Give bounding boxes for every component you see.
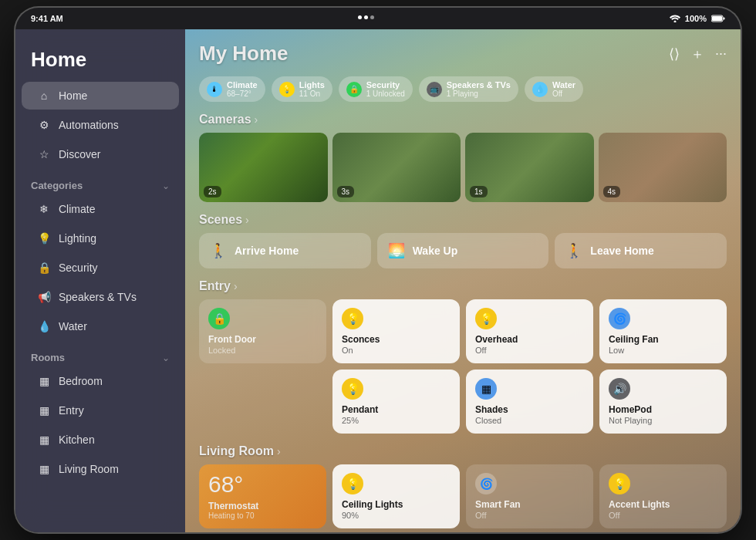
add-icon[interactable]: ＋ (690, 45, 704, 63)
device-accent-lights[interactable]: 💡 Accent Lights Off (599, 464, 727, 528)
device-smart-fan[interactable]: 🌀 Smart Fan Off (466, 464, 593, 528)
chip-speakers[interactable]: 📺 Speakers & TVs 1 Playing (419, 76, 518, 102)
cameras-chevron[interactable]: › (255, 113, 258, 126)
device-overhead[interactable]: 💡 Overhead Off (466, 299, 593, 363)
svg-point-0 (673, 21, 676, 23)
discover-icon: ☆ (37, 147, 51, 161)
chip-security-sub: 1 Unlocked (366, 89, 405, 98)
bedroom-icon: ▦ (37, 374, 51, 388)
ceiling-lights-status: 90% (342, 511, 451, 520)
sidebar-item-security[interactable]: 🔒 Security (22, 254, 179, 282)
device-thermostat[interactable]: 68° Thermostat Heating to 70 (199, 464, 326, 528)
chip-speakers-icon: 📺 (427, 82, 442, 97)
front-door-status: Locked (208, 346, 317, 355)
camera-4[interactable]: 4s (599, 133, 727, 202)
categories-label: Categories (31, 180, 83, 191)
camera-2[interactable]: 3s (332, 133, 461, 202)
camera-3[interactable]: 1s (465, 133, 594, 202)
camera-3-badge: 1s (470, 186, 488, 197)
device-homepod[interactable]: 🔊 HomePod Not Playing (599, 370, 727, 434)
cameras-section-header: Cameras › (199, 113, 727, 127)
sidebar-item-speakers[interactable]: 📢 Speakers & TVs (22, 283, 179, 311)
pendant-status: 25% (342, 416, 451, 425)
device-shades[interactable]: ▦ Shades Closed (466, 370, 593, 434)
living-room-device-grid: 68° Thermostat Heating to 70 💡 Ceiling L… (199, 464, 727, 528)
device-ceiling-fan[interactable]: 🌀 Ceiling Fan Low (599, 299, 727, 363)
categories-header[interactable]: Categories ⌄ (15, 169, 185, 194)
sidebar-item-climate[interactable]: ❄ Climate (22, 195, 179, 223)
scenes-section-header: Scenes › (199, 213, 727, 227)
scene-wake-label: Wake Up (413, 245, 458, 257)
living-room-chevron[interactable]: › (277, 445, 281, 457)
battery-text: 100% (685, 14, 707, 23)
cameras-title: Cameras (199, 113, 251, 127)
thermostat-temp: 68° (208, 473, 317, 496)
scene-arrive-icon: 🚶 (210, 242, 227, 259)
dots-indicator (358, 15, 374, 19)
living-room-icon: ▦ (37, 462, 51, 476)
sidebar-item-lighting[interactable]: 💡 Lighting (22, 224, 179, 252)
scene-wake-icon: 🌅 (388, 242, 405, 259)
camera-4-badge: 4s (603, 186, 621, 197)
scene-leave-home[interactable]: 🚶 Leave Home (555, 233, 727, 268)
sconces-status: On (342, 346, 451, 355)
device-pendant[interactable]: 💡 Pendant 25% (332, 370, 460, 434)
kitchen-icon: ▦ (37, 433, 51, 447)
sidebar-item-discover[interactable]: ☆ Discover (22, 140, 179, 168)
sidebar-item-discover-label: Discover (59, 148, 100, 160)
ceiling-lights-icon: 💡 (342, 473, 363, 494)
overhead-status: Off (475, 346, 584, 355)
sidebar-item-automations[interactable]: ⚙ Automations (22, 111, 179, 139)
chip-water[interactable]: 💧 Water Off (525, 76, 583, 102)
climate-icon: ❄ (37, 202, 51, 216)
scene-arrive-home[interactable]: 🚶 Arrive Home (199, 233, 371, 268)
sconces-name: Sconces (342, 334, 451, 345)
sidebar-item-home[interactable]: ⌂ Home (22, 82, 179, 110)
chip-lights[interactable]: 💡 Lights 11 On (272, 76, 332, 102)
scenes-row: 🚶 Arrive Home 🌅 Wake Up 🚶 Leave Home (199, 233, 727, 268)
sidebar-title: Home (15, 42, 185, 81)
accent-lights-name: Accent Lights (609, 499, 717, 510)
sidebar-item-bedroom[interactable]: ▦ Bedroom (22, 367, 179, 395)
chip-speakers-label: Speakers & TVs (447, 80, 511, 89)
sidebar-item-kitchen[interactable]: ▦ Kitchen (22, 426, 179, 454)
thermostat-sub: Heating to 70 (208, 511, 317, 520)
shades-icon: ▦ (475, 378, 497, 400)
front-door-icon: 🔒 (208, 308, 230, 329)
rooms-chevron: ⌄ (162, 353, 170, 363)
rooms-header[interactable]: Rooms ⌄ (15, 341, 185, 366)
sidebar-item-living-room[interactable]: ▦ Living Room (22, 455, 179, 483)
status-bar: 9:41 AM 100% (15, 8, 741, 29)
summary-chips: 🌡 Climate 68–72° 💡 Lights 11 On 🔒 (199, 76, 727, 102)
smart-fan-name: Smart Fan (475, 499, 584, 510)
sidebar-item-automations-label: Automations (59, 119, 119, 131)
homepod-icon: 🔊 (609, 378, 630, 400)
chip-security[interactable]: 🔒 Security 1 Unlocked (339, 76, 413, 102)
scenes-chevron[interactable]: › (245, 214, 249, 226)
sidebar-item-water[interactable]: 💧 Water (22, 312, 179, 340)
pendant-icon: 💡 (342, 378, 363, 400)
cameras-row: 2s 3s 1s 4s (199, 133, 727, 202)
living-room-section-header: Living Room › (199, 444, 727, 458)
device-ceiling-lights[interactable]: 💡 Ceiling Lights 90% (332, 464, 460, 528)
content-area: Home ⌂ Home ⚙ Automations ☆ Discover Cat… (15, 29, 741, 532)
smart-fan-icon: 🌀 (475, 473, 497, 494)
more-icon[interactable]: ··· (715, 46, 727, 62)
waveform-icon[interactable]: ⟨⟩ (669, 46, 680, 62)
ceiling-fan-name: Ceiling Fan (609, 334, 717, 345)
chip-water-icon: 💧 (532, 82, 548, 97)
scene-wake-up[interactable]: 🌅 Wake Up (377, 233, 549, 268)
entry-chevron[interactable]: › (234, 280, 238, 292)
ceiling-fan-icon: 🌀 (609, 308, 630, 329)
sidebar-item-entry[interactable]: ▦ Entry (22, 397, 179, 424)
chip-climate[interactable]: 🌡 Climate 68–72° (199, 76, 265, 102)
device-front-door[interactable]: 🔒 Front Door Locked (199, 299, 326, 363)
entry-title: Entry (199, 279, 231, 293)
security-icon: 🔒 (37, 261, 51, 275)
chip-lights-icon: 💡 (279, 82, 295, 97)
chip-speakers-sub: 1 Playing (447, 89, 511, 98)
device-sconces[interactable]: 💡 Sconces On (332, 299, 460, 363)
header-actions: ⟨⟩ ＋ ··· (669, 45, 727, 63)
camera-1[interactable]: 2s (199, 133, 328, 202)
status-time: 9:41 AM (31, 14, 63, 23)
